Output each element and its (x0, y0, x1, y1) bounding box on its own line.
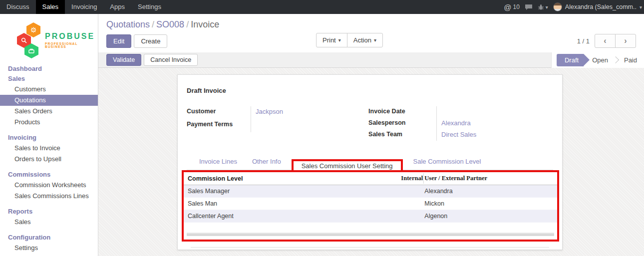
status-draft[interactable]: Draft (557, 54, 584, 66)
field-label: Invoice Date (368, 106, 436, 118)
horizontal-scrollbar[interactable] (187, 233, 554, 236)
pager-previous-button[interactable]: ‹ (595, 34, 616, 48)
customer-value-link[interactable]: Jackpson (251, 106, 357, 119)
menu-apps[interactable]: Apps (103, 0, 131, 14)
sidebar-item-sales-to-invoice[interactable]: Sales to Invoice (0, 143, 98, 154)
table-row[interactable]: Sales Manager Alexandra (184, 185, 557, 198)
field-invoice-date: Invoice Date (368, 106, 553, 118)
field-payment-terms: Payment Terms (187, 119, 357, 132)
gear-icon (26, 22, 40, 37)
sidebar-header-invoicing[interactable]: Invoicing (0, 133, 98, 143)
column-header-internal-user-external-partner[interactable]: Internal User / External Partner (396, 172, 557, 185)
control-panel: Edit Create Print ▾ Action ▾ 1 / 1 ‹ › (98, 30, 644, 52)
chevron-down-icon: ▾ (338, 37, 341, 43)
pager-counter: 1 / 1 (577, 37, 590, 45)
action-dropdown-button[interactable]: Action ▾ (347, 33, 383, 47)
status-paid[interactable]: Paid (624, 56, 637, 64)
action-label: Action (353, 36, 371, 44)
sidebar-item-products[interactable]: Products (0, 117, 98, 128)
breadcrumb-quotations[interactable]: Quotations (106, 19, 150, 29)
tab-invoice-lines[interactable]: Invoice Lines (192, 153, 245, 170)
print-label: Print (322, 36, 336, 44)
sidebar-header-dashboard[interactable]: Dashboard (0, 64, 98, 74)
salesperson-value-link[interactable]: Alexandra (436, 118, 553, 129)
mentions-counter[interactable]: @ 10 (504, 3, 520, 11)
pager: 1 / 1 ‹ › (577, 34, 636, 48)
empty-table-space (184, 223, 557, 233)
field-label: Salesperson (368, 118, 436, 129)
field-customer: Customer Jackpson (187, 106, 357, 119)
table-row[interactable]: Sales Man Mickon (184, 198, 557, 210)
cell-user[interactable]: Mickon (396, 198, 557, 210)
sidebar-item-sales-report[interactable]: Sales (0, 217, 98, 228)
probuse-logo: PROBUSE PROFESSIONAL BUSINESS (17, 21, 98, 60)
tab-sales-commission-user-setting[interactable]: Sales Commission User Setting (294, 158, 401, 174)
sidebar-header-commissions[interactable]: Commissions (0, 170, 98, 180)
field-label: Payment Terms (187, 119, 251, 132)
menu-settings[interactable]: Settings (131, 0, 168, 14)
field-sales-team: Sales Team Direct Sales (368, 129, 553, 141)
sidebar-item-sales-orders[interactable]: Sales Orders (0, 106, 98, 117)
chevron-down-icon: ▾ (546, 4, 548, 10)
commission-users-table: Commission Level Internal User / Externa… (184, 172, 557, 223)
sidebar-item-sales-commissions-lines[interactable]: Sales Commissions Lines (0, 191, 98, 202)
chat-bubble-icon[interactable] (525, 4, 533, 10)
breadcrumb-invoice: Invoice (191, 19, 219, 29)
print-dropdown-button[interactable]: Print ▾ (316, 33, 347, 47)
annotation-box-active-tab: Sales Commission User Setting (292, 159, 403, 172)
chevron-down-icon: ▾ (374, 37, 376, 43)
cell-commission-level[interactable]: Sales Manager (184, 185, 396, 198)
payment-terms-value[interactable] (251, 119, 357, 132)
main-area: Quotations/SO008/Invoice Edit Create Pri… (98, 14, 644, 256)
sidebar-header-configuration[interactable]: Configuration (0, 233, 98, 243)
avatar (553, 2, 562, 11)
annotation-box-table: Commission Level Internal User / Externa… (182, 170, 559, 242)
tab-other-info[interactable]: Other Info (245, 153, 289, 170)
sidebar-item-customers[interactable]: Customers (0, 84, 98, 95)
user-menu[interactable]: Alexandra (Sales_comm.. ▾ (553, 2, 642, 11)
field-label: Sales Team (368, 129, 436, 141)
field-label: Customer (187, 106, 251, 119)
menu-discuss[interactable]: Discuss (0, 0, 36, 14)
document-title: Draft Invoice (187, 87, 553, 94)
statusbar-toolbar: Validate Cancel Invoice Draft Open Paid (98, 52, 644, 68)
sidebar-item-config-products[interactable]: ▸ Products (0, 254, 98, 256)
cell-user[interactable]: Alexandra (396, 185, 557, 198)
pager-next-button[interactable]: › (615, 34, 636, 48)
breadcrumb: Quotations/SO008/Invoice (98, 14, 644, 30)
sidebar-item-quotations[interactable]: Quotations (0, 95, 98, 106)
cell-user[interactable]: Algenon (396, 210, 557, 223)
cell-commission-level[interactable]: Callcenter Agent (184, 210, 396, 223)
cell-commission-level[interactable]: Sales Man (184, 198, 396, 210)
notebook-tabs: Invoice Lines Other Info Sales Commissio… (187, 150, 553, 170)
sidebar: PROBUSE PROFESSIONAL BUSINESS Dashboard … (0, 14, 98, 256)
menu-sales[interactable]: Sales (36, 0, 65, 14)
edit-button[interactable]: Edit (106, 34, 131, 48)
cancel-invoice-button[interactable]: Cancel Invoice (144, 54, 198, 66)
field-salesperson: Salesperson Alexandra (368, 118, 553, 129)
status-open[interactable]: Open (592, 56, 608, 64)
user-name: Alexandra (Sales_comm.. (565, 3, 637, 10)
sidebar-item-settings[interactable]: Settings (0, 243, 98, 254)
create-button[interactable]: Create (134, 34, 167, 48)
sidebar-header-sales[interactable]: Sales (0, 74, 98, 84)
table-row[interactable]: Callcenter Agent Algenon (184, 210, 557, 223)
sidebar-item-orders-to-upsell[interactable]: Orders to Upsell (0, 154, 98, 165)
mention-count: 10 (513, 3, 519, 10)
logo-tagline: PROFESSIONAL BUSINESS (45, 42, 98, 49)
top-menubar: Discuss Sales Invoicing Apps Settings @ … (0, 0, 644, 14)
breadcrumb-so008[interactable]: SO008 (156, 19, 184, 29)
bug-icon (538, 4, 544, 10)
invoice-date-value[interactable] (436, 106, 553, 118)
validate-button[interactable]: Validate (106, 54, 141, 66)
tab-sale-commission-level[interactable]: Sale Commission Level (406, 153, 489, 170)
sheet-divider (191, 247, 549, 248)
sidebar-item-commission-worksheets[interactable]: Commission Worksheets (0, 180, 98, 191)
menu-invoicing[interactable]: Invoicing (65, 0, 103, 14)
sales-team-value-link[interactable]: Direct Sales (436, 129, 553, 141)
sidebar-header-reports[interactable]: Reports (0, 207, 98, 217)
debug-menu[interactable]: ▾ (538, 4, 548, 10)
field-groups: Customer Jackpson Payment Terms Invoice … (187, 106, 553, 141)
chevron-separator-icon (612, 56, 619, 63)
mention-icon: @ (504, 3, 511, 11)
